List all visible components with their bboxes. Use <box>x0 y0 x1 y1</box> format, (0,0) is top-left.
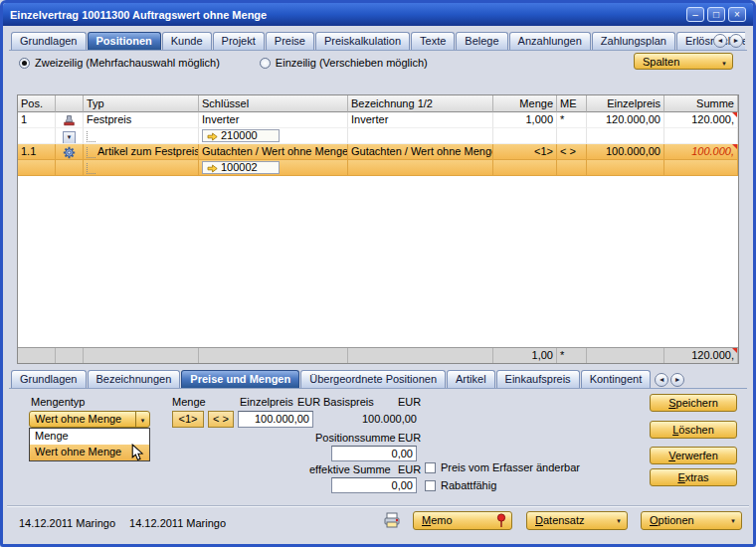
checkbox-rabattfaehig[interactable]: Rabattfähig <box>425 479 496 491</box>
table-row-1[interactable]: 1FestpreisInverterInverter1,000*120.000,… <box>18 112 738 128</box>
detail-tab-7[interactable]: Kontingent <box>581 370 652 389</box>
col-header-menge[interactable]: Menge <box>493 95 557 112</box>
title-bar[interactable]: Einzelvertrag 10011300 Auftragswert ohne… <box>3 3 753 26</box>
statusbar-divider <box>7 505 749 507</box>
main-tab-9[interactable]: Anzahlungen <box>509 32 591 51</box>
menge-label: Menge <box>172 396 206 408</box>
discard-button[interactable]: Verwerfen <box>650 447 737 464</box>
save-button[interactable]: Speichern <box>650 394 737 412</box>
tree-guide <box>87 147 95 158</box>
radio-einzeilig[interactable]: Einzeilig (Verschieben möglich) <box>260 57 428 69</box>
optionen-label: Optionen <box>642 512 741 529</box>
col-header-me[interactable]: ME <box>557 95 587 112</box>
combo-dropdown-button[interactable] <box>135 412 149 427</box>
goto-arrow-icon <box>207 128 218 143</box>
totals-bezeichnung <box>348 348 493 363</box>
main-tab-6[interactable]: Preiskalkulation <box>315 32 410 51</box>
basispreis-label: Basispreis <box>323 396 374 408</box>
radio-einzeilig-label: Einzeilig (Verschieben möglich) <box>276 57 428 69</box>
table-row-2[interactable]: 210000 <box>18 128 738 144</box>
main-tab-1[interactable]: Grundlagen <box>11 32 87 51</box>
detail-tab-5[interactable]: Artikel <box>447 370 495 389</box>
col-header-icon[interactable] <box>56 95 84 112</box>
col-header-typ[interactable]: Typ <box>84 95 199 112</box>
col-header-bezeichnung[interactable]: Bezeichnung 1/2 <box>348 95 493 112</box>
report-icon-button[interactable] <box>381 510 405 530</box>
effektive-summe-currency-label: EUR <box>398 463 421 475</box>
radio-zweizeilig[interactable]: Zweizeilig (Mehrfachauswahl möglich) <box>19 57 220 69</box>
detail-tab-2[interactable]: Bezeichnungen <box>88 370 181 389</box>
main-tab-scroll <box>713 34 743 48</box>
effektive-summe-label: effektive Summe <box>309 463 391 475</box>
detail-tab-divider <box>9 388 747 389</box>
detail-tab-3[interactable]: Preise und Mengen <box>181 370 299 389</box>
positionssumme-currency-label: EUR <box>398 432 421 444</box>
spalten-label: Spalten <box>643 56 679 68</box>
col-header-summe[interactable]: Summe <box>664 95 738 112</box>
key-reference[interactable]: 210000 <box>202 129 280 142</box>
tree-guide <box>87 131 95 142</box>
totals-summe: 120.000, <box>664 348 738 363</box>
delete-button[interactable]: Löschen <box>650 421 737 439</box>
optionen-button[interactable]: Optionen <box>641 511 742 530</box>
menge-unit-box[interactable]: < > <box>208 411 234 428</box>
spalten-button[interactable]: Spalten <box>634 53 733 70</box>
checkbox-icon[interactable] <box>425 462 436 473</box>
chevron-down-icon <box>730 512 736 529</box>
checkbox-icon[interactable] <box>425 480 436 491</box>
tab-scroll-right-icon[interactable] <box>670 373 684 387</box>
table-row-3[interactable]: 1.1Artikel zum FestpreisGutachten / Wert… <box>18 144 738 160</box>
positions-table: Pos. Typ Schlüssel Bezeichnung 1/2 Menge… <box>17 94 739 364</box>
close-button[interactable]: × <box>728 7 746 22</box>
datensatz-button[interactable]: Datensatz <box>526 511 628 530</box>
extras-button[interactable]: Extras <box>650 468 737 486</box>
mengentyp-combobox[interactable]: Wert ohne Menge <box>29 411 150 428</box>
col-header-pos[interactable]: Pos. <box>18 95 56 112</box>
tab-scroll-left-icon[interactable] <box>655 373 668 387</box>
application-window: Einzelvertrag 10011300 Auftragswert ohne… <box>0 0 756 547</box>
main-tab-10[interactable]: Zahlungsplan <box>592 32 675 51</box>
main-tab-2[interactable]: Positionen <box>88 32 161 51</box>
window-title: Einzelvertrag 10011300 Auftragswert ohne… <box>10 9 683 21</box>
detail-tab-6[interactable]: Einkaufspreis <box>496 370 580 389</box>
tab-scroll-left-icon[interactable] <box>713 34 727 48</box>
detail-tab-1[interactable]: Grundlagen <box>11 370 87 389</box>
main-tab-7[interactable]: Texte <box>411 32 455 51</box>
tree-guide <box>87 163 95 174</box>
expander-icon[interactable] <box>63 131 76 144</box>
maximize-button[interactable]: □ <box>707 7 725 22</box>
col-header-schluessel[interactable]: Schlüssel <box>199 95 348 112</box>
table-body: 1FestpreisInverterInverter1,000*120.000,… <box>18 112 738 176</box>
radio-unselected-icon <box>260 58 271 69</box>
mouse-cursor-icon <box>131 444 144 463</box>
col-header-einzelpreis[interactable]: Einzelpreis <box>587 95 664 112</box>
table-row-4[interactable]: 100002 <box>18 160 738 176</box>
menge-value-box[interactable]: <1> <box>172 411 204 428</box>
report-icon <box>384 518 402 530</box>
positionssumme-input[interactable]: 0,00 <box>331 446 417 461</box>
goto-arrow-icon <box>207 160 218 175</box>
einzelpreis-label: Einzelpreis <box>240 396 293 408</box>
main-tab-3[interactable]: Kunde <box>162 32 212 51</box>
main-tab-4[interactable]: Projekt <box>213 32 265 51</box>
mengentyp-option-1[interactable]: Menge <box>30 429 149 445</box>
detail-tab-4[interactable]: Übergeordnete Positionen <box>300 370 446 389</box>
effektive-summe-input[interactable]: 0,00 <box>331 477 417 493</box>
totals-typ <box>84 348 199 363</box>
basispreis-currency-label: EUR <box>398 396 421 408</box>
checkbox-preis-aenderbar[interactable]: Preis vom Erfasser änderbar <box>425 461 580 473</box>
tab-scroll-right-icon[interactable] <box>729 34 743 48</box>
key-reference[interactable]: 100002 <box>202 161 280 174</box>
totals-einzelpreis <box>587 348 664 363</box>
chevron-down-icon <box>721 56 727 68</box>
main-tab-5[interactable]: Preise <box>266 32 314 51</box>
minimize-button[interactable]: – <box>686 7 704 22</box>
view-mode-bar: Zweizeilig (Mehrfachauswahl möglich) Ein… <box>19 55 468 71</box>
memo-button[interactable]: Memo <box>413 511 512 530</box>
checkbox-rabatt-label: Rabattfähig <box>441 479 496 491</box>
einzelpreis-input[interactable]: 100.000,00 <box>238 411 313 428</box>
radio-selected-icon <box>19 58 30 69</box>
totals-icon <box>56 348 84 363</box>
main-tab-8[interactable]: Belege <box>456 32 507 51</box>
main-tab-strip: GrundlagenPositionenKundeProjektPreisePr… <box>11 31 745 51</box>
